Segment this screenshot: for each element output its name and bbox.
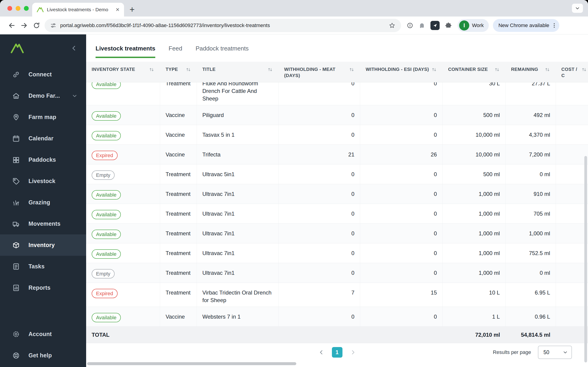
results-per-page-select[interactable]: 50 <box>538 346 572 359</box>
cell-inventory-state: Available <box>86 105 160 125</box>
next-page-button[interactable] <box>348 348 358 357</box>
extension-send-icon[interactable] <box>431 21 440 30</box>
column-header-withholding-meat[interactable]: WITHHOLDING - MEAT (DAYS) <box>279 62 360 82</box>
horizontal-scrollbar-thumb[interactable] <box>87 362 296 365</box>
table-row[interactable]: AvailableTreatmentUltravac 7in1001,000 m… <box>86 204 588 224</box>
chrome-update-button[interactable]: New Chrome available <box>493 19 559 32</box>
table-row[interactable]: AvailableTreatmentUltravac 7in1001,000 m… <box>86 184 588 204</box>
sidebar-item-demo-far[interactable]: Demo Far... <box>0 85 86 106</box>
minimize-window-button[interactable] <box>16 6 20 11</box>
bookmark-star-icon[interactable] <box>389 22 396 29</box>
agriwebb-logo-icon[interactable] <box>10 43 24 53</box>
farm-icon <box>12 92 20 100</box>
tab-search-button[interactable] <box>572 4 583 13</box>
column-header-container-size[interactable]: CONTAINER SIZE <box>443 62 506 82</box>
browser-tab[interactable]: Livestock treatments - Demo × <box>32 3 124 17</box>
sort-icon[interactable] <box>494 67 500 73</box>
extension-ghost-icon[interactable] <box>418 22 425 29</box>
window-controls <box>7 6 29 11</box>
chrome-update-label: New Chrome available <box>498 23 549 28</box>
cell-container-size: 1,000 ml <box>443 184 506 204</box>
column-header-withholding-esi[interactable]: WITHHOLDING - ESI (DAYS) <box>360 62 443 82</box>
sort-icon[interactable] <box>431 67 437 73</box>
column-header-remaining[interactable]: REMAINING <box>506 62 556 82</box>
cell-remaining: 705 ml <box>506 204 556 223</box>
table-row[interactable]: AvailableTreatmentUltravac 7in1001,000 m… <box>86 224 588 243</box>
sort-icon[interactable] <box>149 67 155 73</box>
close-tab-icon[interactable]: × <box>116 6 120 13</box>
sort-icon[interactable] <box>267 67 273 73</box>
column-label: INVENTORY STATE <box>92 66 135 73</box>
table-row[interactable]: EmptyTreatmentUltravac 5in100500 ml0 ml <box>86 165 588 184</box>
extension-ring-icon[interactable] <box>406 22 414 29</box>
table-row[interactable]: AvailableVaccineTasvax 5 in 10010,000 ml… <box>86 125 588 145</box>
sort-icon[interactable] <box>545 67 550 73</box>
cell-withholding-esi: 26 <box>360 145 443 164</box>
column-header-cost[interactable]: COST / C <box>556 62 588 82</box>
table-row[interactable]: ExpiredTreatmentVirbac Tridectin Oral Dr… <box>86 283 588 307</box>
new-tab-button[interactable]: + <box>127 4 137 15</box>
sidebar-item-get-help[interactable]: Get help <box>0 345 86 366</box>
sidebar-item-connect[interactable]: Connect <box>0 64 86 85</box>
cell-withholding-esi: 0 <box>360 125 443 144</box>
sort-icon[interactable] <box>186 67 191 73</box>
sidebar-item-calendar[interactable]: Calendar <box>0 128 86 149</box>
status-badge: Available <box>92 190 121 200</box>
cell-withholding-meat: 0 <box>279 224 360 243</box>
vertical-scrollbar-thumb[interactable] <box>584 156 587 362</box>
reload-button[interactable] <box>30 19 43 32</box>
sort-icon[interactable] <box>581 67 587 73</box>
sidebar-item-inventory[interactable]: Inventory <box>0 234 86 256</box>
cell-withholding-meat: 7 <box>279 283 360 307</box>
profile-label: Work <box>472 23 484 28</box>
sidebar: ConnectDemo Far...Farm mapCalendarPaddoc… <box>0 34 86 367</box>
sidebar-item-reports[interactable]: Reports <box>0 277 86 298</box>
table-row[interactable]: EmptyTreatmentUltravac 7in1001,000 ml0 m… <box>86 263 588 283</box>
tab-paddock-treatments[interactable]: Paddock treatments <box>195 45 249 58</box>
cell-cost <box>556 263 588 283</box>
sidebar-item-movements[interactable]: Movements <box>0 213 86 234</box>
cell-container-size: 1,000 ml <box>443 243 506 263</box>
sort-icon[interactable] <box>349 67 355 73</box>
previous-page-button[interactable] <box>317 348 326 357</box>
cell-type: Treatment <box>160 165 197 184</box>
sidebar-item-account[interactable]: Account <box>0 323 86 345</box>
sidebar-item-grazing[interactable]: Grazing <box>0 192 86 213</box>
close-window-button[interactable] <box>7 6 12 11</box>
page-1-button[interactable]: 1 <box>332 347 342 358</box>
site-settings-icon[interactable] <box>50 22 57 29</box>
browser-menu-icon[interactable] <box>551 22 557 29</box>
profile-chip[interactable]: I Work <box>458 19 489 32</box>
sidebar-collapse-icon[interactable] <box>70 44 78 52</box>
sidebar-item-paddocks[interactable]: Paddocks <box>0 149 86 170</box>
url-text[interactable]: portal.agriwebb.com/f/56d3bc9f-1f1f-4090… <box>60 23 385 28</box>
extensions-row <box>406 21 452 30</box>
cell-inventory-state: Available <box>86 243 160 263</box>
table-row[interactable]: AvailableTreatmentUltravac 7in1001,000 m… <box>86 243 588 263</box>
extensions-puzzle-icon[interactable] <box>445 22 452 29</box>
table-row[interactable]: AvailableVaccineWebsters 7 in 1001 L0.96… <box>86 307 588 327</box>
tab-livestock-treatments[interactable]: Livestock treatments <box>95 45 155 58</box>
column-header-title[interactable]: TITLE <box>197 62 279 82</box>
sidebar-item-label: Farm map <box>28 114 56 120</box>
tab-feed[interactable]: Feed <box>169 45 182 58</box>
column-header-inventory-state[interactable]: INVENTORY STATE <box>86 62 160 82</box>
back-button[interactable] <box>6 19 18 32</box>
main-content: Livestock treatments Feed Paddock treatm… <box>86 34 588 367</box>
sidebar-item-tasks[interactable]: Tasks <box>0 256 86 277</box>
cell-title: Trifecta <box>197 145 279 164</box>
sidebar-item-livestock[interactable]: Livestock <box>0 170 86 192</box>
forward-button[interactable] <box>18 19 30 32</box>
cell-inventory-state: Available <box>86 125 160 144</box>
cell-remaining: 752.5 ml <box>506 243 556 263</box>
sidebar-item-farm-map[interactable]: Farm map <box>0 106 86 128</box>
zoom-window-button[interactable] <box>24 6 29 11</box>
table-row[interactable]: AvailableVaccinePiliguard00500 ml492 ml <box>86 105 588 125</box>
sidebar-item-label: Account <box>28 331 52 337</box>
cell-type: Vaccine <box>160 307 197 326</box>
address-bar[interactable]: portal.agriwebb.com/f/56d3bc9f-1f1f-4090… <box>44 19 401 32</box>
table-row[interactable]: ExpiredVaccineTrifecta212610,000 ml7,200… <box>86 145 588 165</box>
cell-remaining: 0 ml <box>506 165 556 184</box>
column-header-type[interactable]: TYPE <box>160 62 197 82</box>
table-header: INVENTORY STATETYPETITLEWITHHOLDING - ME… <box>86 62 588 82</box>
